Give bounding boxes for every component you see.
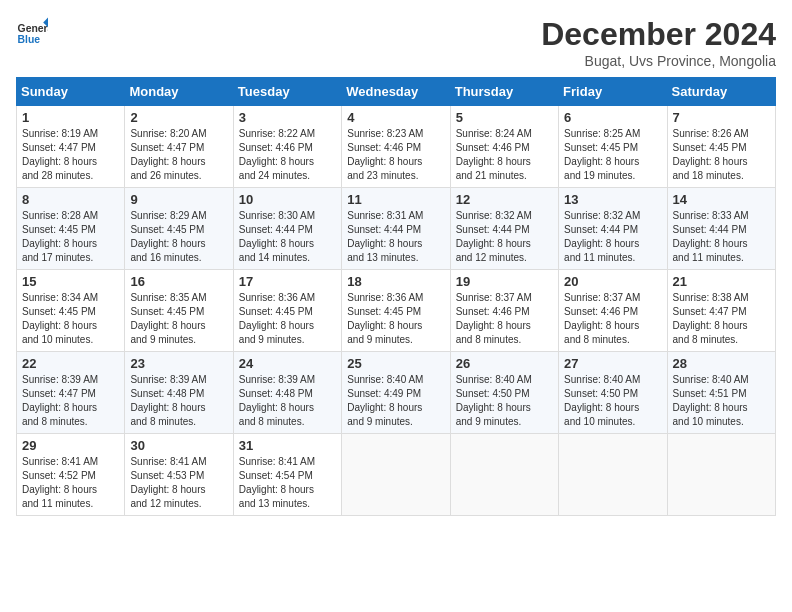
day-number: 5 [456, 110, 553, 125]
day-number: 27 [564, 356, 661, 371]
day-number: 7 [673, 110, 770, 125]
day-info: Sunrise: 8:40 AM Sunset: 4:51 PM Dayligh… [673, 373, 770, 429]
day-info: Sunrise: 8:32 AM Sunset: 4:44 PM Dayligh… [456, 209, 553, 265]
calendar-cell: 12Sunrise: 8:32 AM Sunset: 4:44 PM Dayli… [450, 188, 558, 270]
calendar-cell: 27Sunrise: 8:40 AM Sunset: 4:50 PM Dayli… [559, 352, 667, 434]
day-info: Sunrise: 8:36 AM Sunset: 4:45 PM Dayligh… [239, 291, 336, 347]
calendar-cell: 7Sunrise: 8:26 AM Sunset: 4:45 PM Daylig… [667, 106, 775, 188]
day-number: 23 [130, 356, 227, 371]
day-info: Sunrise: 8:33 AM Sunset: 4:44 PM Dayligh… [673, 209, 770, 265]
weekday-header: Thursday [450, 78, 558, 106]
day-number: 1 [22, 110, 119, 125]
logo: General Blue [16, 16, 48, 48]
svg-text:General: General [18, 23, 48, 34]
calendar-cell: 9Sunrise: 8:29 AM Sunset: 4:45 PM Daylig… [125, 188, 233, 270]
day-info: Sunrise: 8:41 AM Sunset: 4:54 PM Dayligh… [239, 455, 336, 511]
day-info: Sunrise: 8:39 AM Sunset: 4:48 PM Dayligh… [130, 373, 227, 429]
day-number: 22 [22, 356, 119, 371]
weekday-header: Saturday [667, 78, 775, 106]
day-number: 24 [239, 356, 336, 371]
calendar-cell: 15Sunrise: 8:34 AM Sunset: 4:45 PM Dayli… [17, 270, 125, 352]
weekday-header: Monday [125, 78, 233, 106]
day-number: 9 [130, 192, 227, 207]
calendar-cell: 21Sunrise: 8:38 AM Sunset: 4:47 PM Dayli… [667, 270, 775, 352]
day-info: Sunrise: 8:25 AM Sunset: 4:45 PM Dayligh… [564, 127, 661, 183]
day-info: Sunrise: 8:39 AM Sunset: 4:48 PM Dayligh… [239, 373, 336, 429]
day-info: Sunrise: 8:29 AM Sunset: 4:45 PM Dayligh… [130, 209, 227, 265]
day-info: Sunrise: 8:34 AM Sunset: 4:45 PM Dayligh… [22, 291, 119, 347]
day-number: 28 [673, 356, 770, 371]
calendar-cell [342, 434, 450, 516]
calendar-cell: 1Sunrise: 8:19 AM Sunset: 4:47 PM Daylig… [17, 106, 125, 188]
calendar-week-row: 8Sunrise: 8:28 AM Sunset: 4:45 PM Daylig… [17, 188, 776, 270]
weekday-header-row: SundayMondayTuesdayWednesdayThursdayFrid… [17, 78, 776, 106]
calendar-cell: 18Sunrise: 8:36 AM Sunset: 4:45 PM Dayli… [342, 270, 450, 352]
day-info: Sunrise: 8:41 AM Sunset: 4:53 PM Dayligh… [130, 455, 227, 511]
calendar-cell: 13Sunrise: 8:32 AM Sunset: 4:44 PM Dayli… [559, 188, 667, 270]
day-info: Sunrise: 8:36 AM Sunset: 4:45 PM Dayligh… [347, 291, 444, 347]
calendar-cell: 4Sunrise: 8:23 AM Sunset: 4:46 PM Daylig… [342, 106, 450, 188]
day-number: 13 [564, 192, 661, 207]
day-number: 17 [239, 274, 336, 289]
weekday-header: Wednesday [342, 78, 450, 106]
day-info: Sunrise: 8:37 AM Sunset: 4:46 PM Dayligh… [564, 291, 661, 347]
calendar-cell: 22Sunrise: 8:39 AM Sunset: 4:47 PM Dayli… [17, 352, 125, 434]
weekday-header: Sunday [17, 78, 125, 106]
day-info: Sunrise: 8:20 AM Sunset: 4:47 PM Dayligh… [130, 127, 227, 183]
calendar-cell: 17Sunrise: 8:36 AM Sunset: 4:45 PM Dayli… [233, 270, 341, 352]
weekday-header: Friday [559, 78, 667, 106]
day-info: Sunrise: 8:26 AM Sunset: 4:45 PM Dayligh… [673, 127, 770, 183]
title-area: December 2024 Bugat, Uvs Province, Mongo… [541, 16, 776, 69]
calendar-cell: 5Sunrise: 8:24 AM Sunset: 4:46 PM Daylig… [450, 106, 558, 188]
calendar-table: SundayMondayTuesdayWednesdayThursdayFrid… [16, 77, 776, 516]
calendar-cell: 6Sunrise: 8:25 AM Sunset: 4:45 PM Daylig… [559, 106, 667, 188]
day-info: Sunrise: 8:40 AM Sunset: 4:49 PM Dayligh… [347, 373, 444, 429]
calendar-cell: 11Sunrise: 8:31 AM Sunset: 4:44 PM Dayli… [342, 188, 450, 270]
day-info: Sunrise: 8:22 AM Sunset: 4:46 PM Dayligh… [239, 127, 336, 183]
calendar-cell [450, 434, 558, 516]
day-number: 29 [22, 438, 119, 453]
weekday-header: Tuesday [233, 78, 341, 106]
day-info: Sunrise: 8:28 AM Sunset: 4:45 PM Dayligh… [22, 209, 119, 265]
day-info: Sunrise: 8:19 AM Sunset: 4:47 PM Dayligh… [22, 127, 119, 183]
calendar-body: 1Sunrise: 8:19 AM Sunset: 4:47 PM Daylig… [17, 106, 776, 516]
day-number: 19 [456, 274, 553, 289]
day-info: Sunrise: 8:39 AM Sunset: 4:47 PM Dayligh… [22, 373, 119, 429]
calendar-cell: 8Sunrise: 8:28 AM Sunset: 4:45 PM Daylig… [17, 188, 125, 270]
day-info: Sunrise: 8:38 AM Sunset: 4:47 PM Dayligh… [673, 291, 770, 347]
day-number: 14 [673, 192, 770, 207]
day-info: Sunrise: 8:31 AM Sunset: 4:44 PM Dayligh… [347, 209, 444, 265]
calendar-cell: 28Sunrise: 8:40 AM Sunset: 4:51 PM Dayli… [667, 352, 775, 434]
calendar-cell: 31Sunrise: 8:41 AM Sunset: 4:54 PM Dayli… [233, 434, 341, 516]
day-info: Sunrise: 8:24 AM Sunset: 4:46 PM Dayligh… [456, 127, 553, 183]
calendar-cell [559, 434, 667, 516]
day-number: 3 [239, 110, 336, 125]
day-number: 10 [239, 192, 336, 207]
calendar-week-row: 29Sunrise: 8:41 AM Sunset: 4:52 PM Dayli… [17, 434, 776, 516]
calendar-cell: 2Sunrise: 8:20 AM Sunset: 4:47 PM Daylig… [125, 106, 233, 188]
calendar-week-row: 22Sunrise: 8:39 AM Sunset: 4:47 PM Dayli… [17, 352, 776, 434]
day-number: 31 [239, 438, 336, 453]
day-number: 26 [456, 356, 553, 371]
day-number: 2 [130, 110, 227, 125]
month-title: December 2024 [541, 16, 776, 53]
day-info: Sunrise: 8:41 AM Sunset: 4:52 PM Dayligh… [22, 455, 119, 511]
day-number: 8 [22, 192, 119, 207]
day-number: 16 [130, 274, 227, 289]
day-number: 11 [347, 192, 444, 207]
header: General Blue December 2024 Bugat, Uvs Pr… [16, 16, 776, 69]
day-info: Sunrise: 8:32 AM Sunset: 4:44 PM Dayligh… [564, 209, 661, 265]
day-info: Sunrise: 8:37 AM Sunset: 4:46 PM Dayligh… [456, 291, 553, 347]
calendar-cell: 20Sunrise: 8:37 AM Sunset: 4:46 PM Dayli… [559, 270, 667, 352]
day-number: 30 [130, 438, 227, 453]
calendar-cell: 10Sunrise: 8:30 AM Sunset: 4:44 PM Dayli… [233, 188, 341, 270]
calendar-cell: 30Sunrise: 8:41 AM Sunset: 4:53 PM Dayli… [125, 434, 233, 516]
calendar-cell: 29Sunrise: 8:41 AM Sunset: 4:52 PM Dayli… [17, 434, 125, 516]
calendar-cell: 23Sunrise: 8:39 AM Sunset: 4:48 PM Dayli… [125, 352, 233, 434]
day-number: 6 [564, 110, 661, 125]
day-number: 20 [564, 274, 661, 289]
calendar-week-row: 15Sunrise: 8:34 AM Sunset: 4:45 PM Dayli… [17, 270, 776, 352]
day-number: 4 [347, 110, 444, 125]
svg-text:Blue: Blue [18, 34, 41, 45]
day-number: 21 [673, 274, 770, 289]
